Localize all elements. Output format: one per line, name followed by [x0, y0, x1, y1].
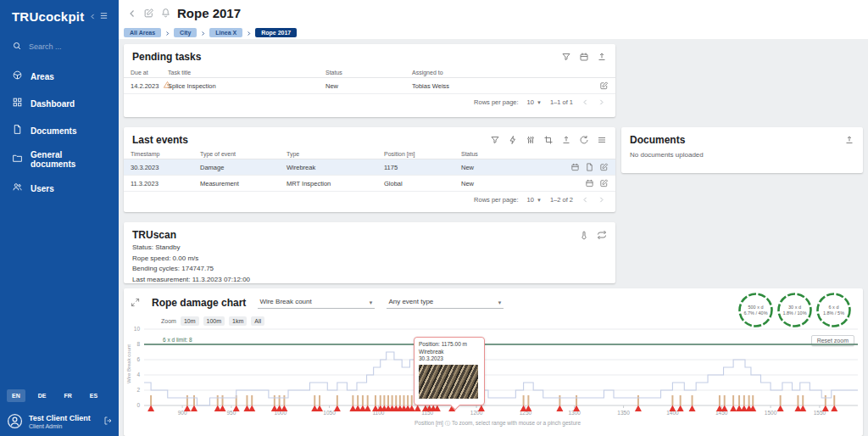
- wirebreak-photo: [419, 365, 478, 399]
- sidebar-item-label: Areas: [31, 72, 54, 81]
- column-header-type-of-event: Type of event: [200, 150, 236, 156]
- zoom-100m-button[interactable]: 100m: [203, 316, 225, 326]
- collapse-sidebar-icon[interactable]: [89, 8, 97, 24]
- metric-select[interactable]: Wire Break count▼: [258, 296, 375, 309]
- page-title: Rope 2017: [177, 6, 241, 20]
- calendar-icon[interactable]: [585, 179, 594, 188]
- file-icon[interactable]: [585, 163, 594, 172]
- back-icon[interactable]: [127, 8, 137, 19]
- document-icon: [12, 123, 23, 138]
- sidebar-item-dashboard[interactable]: Dashboard: [0, 90, 119, 117]
- edit-icon[interactable]: [599, 179, 609, 188]
- info-icon[interactable]: ⓘ: [445, 420, 451, 426]
- chevron-down-icon: ▼: [368, 300, 373, 305]
- damage-chart-svg[interactable]: 0246810900950100010501100115012001250130…: [131, 326, 861, 421]
- language-es[interactable]: ES: [85, 389, 103, 402]
- flash-icon[interactable]: [508, 135, 518, 145]
- column-header-type: Type: [287, 150, 299, 156]
- sidebar-item-areas[interactable]: Areas: [0, 63, 119, 90]
- sidebar-item-label: Documents: [31, 126, 76, 136]
- event-status: New: [461, 164, 474, 171]
- truscan-last-measurement: Last measurement: 11.3.2023 07:12:00: [132, 275, 607, 286]
- breadcrumb-all-areas[interactable]: All Areas: [124, 28, 161, 37]
- svg-text:1050: 1050: [323, 410, 336, 416]
- calendar-icon[interactable]: [579, 52, 589, 62]
- language-de[interactable]: DE: [33, 389, 52, 402]
- filter-icon[interactable]: [561, 52, 571, 62]
- column-header-timestamp: Timestamp: [131, 150, 159, 156]
- chart-zoom-controls: Zoom 10m 100m 1km All: [161, 316, 264, 326]
- avatar: [7, 413, 23, 429]
- sidebar-search[interactable]: [0, 29, 119, 63]
- menu-icon[interactable]: [99, 8, 108, 24]
- event-type-select[interactable]: Any event type▼: [387, 296, 504, 309]
- filter-icon[interactable]: [490, 135, 500, 145]
- pagination-range: 1–1 of 1: [550, 98, 573, 106]
- previous-page-icon[interactable]: [581, 98, 589, 106]
- breadcrumb-linea-x[interactable]: Linea X: [209, 28, 242, 37]
- zoom-10m-button[interactable]: 10m: [181, 316, 199, 326]
- gauge-500xd: 500 x d6.7% / 40%: [737, 291, 775, 329]
- zoom-1km-button[interactable]: 1km: [229, 316, 247, 326]
- tooltip-date: 30.3.2023: [419, 355, 480, 363]
- thermometer-icon[interactable]: [579, 230, 589, 240]
- edit-icon[interactable]: [143, 8, 154, 19]
- table-row[interactable]: 11.3.2023 Measurement MRT Inspection Glo…: [124, 176, 615, 192]
- search-input[interactable]: [29, 42, 105, 51]
- language-en[interactable]: EN: [7, 389, 25, 402]
- chevron-right-icon: [246, 25, 252, 40]
- rows-per-page-select[interactable]: 10▼: [527, 196, 542, 204]
- page-header: Rope 2017 All Areas City Linea X Rope 20…: [119, 0, 868, 39]
- sidebar-item-general-documents[interactable]: General documents: [0, 144, 119, 175]
- breadcrumb-rope-2017[interactable]: Rope 2017: [255, 28, 297, 37]
- svg-text:4: 4: [136, 372, 140, 377]
- users-icon: [12, 181, 23, 196]
- zoom-label: Zoom: [161, 318, 176, 324]
- sidebar-item-documents[interactable]: Documents: [0, 117, 119, 144]
- export-icon[interactable]: [561, 135, 571, 145]
- previous-page-icon[interactable]: [581, 196, 589, 204]
- upload-icon[interactable]: [844, 135, 854, 145]
- svg-text:6 x d limit: 8: 6 x d limit: 8: [163, 337, 192, 343]
- crop-icon[interactable]: [543, 135, 554, 145]
- breadcrumb-city[interactable]: City: [174, 28, 197, 37]
- chart-title: Rope damage chart: [152, 297, 246, 309]
- next-page-icon[interactable]: [598, 98, 605, 106]
- svg-text:10: 10: [134, 326, 141, 332]
- menu-icon[interactable]: [597, 135, 607, 145]
- chart-tooltip: Position: 1175.00 m Wirebreak 30.3.2023: [414, 337, 485, 405]
- rows-per-page-select[interactable]: 10▼: [527, 98, 542, 106]
- event-type: Wirebreak: [287, 164, 315, 171]
- edit-icon[interactable]: [599, 163, 609, 172]
- folder-icon: [12, 152, 23, 167]
- expand-icon[interactable]: [131, 298, 140, 307]
- notifications-bell-icon[interactable]: [160, 8, 171, 19]
- zoom-all-button[interactable]: All: [251, 316, 264, 326]
- column-header-position: Position [m]: [384, 150, 415, 156]
- breadcrumb: All Areas City Linea X Rope 2017: [119, 20, 868, 40]
- sync-icon[interactable]: [579, 135, 589, 145]
- next-page-icon[interactable]: [598, 196, 605, 204]
- table-row[interactable]: 30.3.2023 Damage Wirebreak 1175 New: [124, 159, 615, 176]
- export-icon[interactable]: [597, 52, 607, 62]
- last-events-card: Last events Timestamp Type of event Type…: [124, 127, 615, 212]
- column-header-status: Status: [461, 150, 478, 156]
- column-header-due-at: Due at: [131, 69, 148, 75]
- language-fr[interactable]: FR: [58, 389, 76, 402]
- pending-tasks-title: Pending tasks: [132, 51, 201, 63]
- calendar-icon[interactable]: [570, 163, 580, 172]
- documents-title: Documents: [630, 134, 685, 146]
- column-header-status: Status: [326, 69, 342, 75]
- truscan-bending-cycles: Bending cycles: 174747.75: [132, 264, 607, 275]
- tune-icon[interactable]: [526, 135, 536, 145]
- edit-icon[interactable]: [599, 81, 609, 91]
- loop-icon[interactable]: [597, 230, 607, 240]
- user-role: Client Admin: [29, 423, 91, 429]
- user-profile[interactable]: Test Client Client Client Admin: [7, 413, 114, 429]
- globe-icon: [12, 69, 23, 84]
- sidebar-item-users[interactable]: Users: [0, 175, 119, 202]
- rows-per-page-label: Rows per page:: [474, 98, 519, 106]
- logout-icon[interactable]: [103, 414, 114, 429]
- table-row[interactable]: 14.2.2023 Splice Inspection New Tobias W…: [124, 78, 615, 94]
- search-icon: [12, 39, 22, 54]
